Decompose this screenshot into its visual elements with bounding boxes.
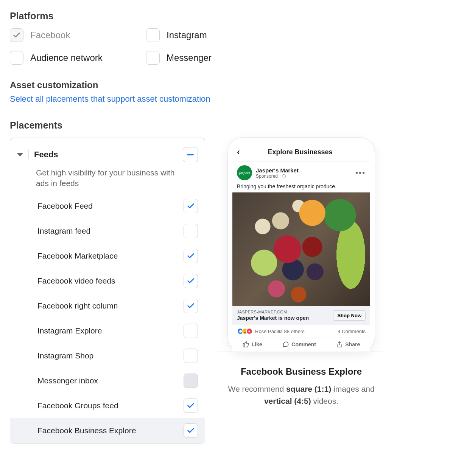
preview-placement-title: Facebook Business Explore	[218, 366, 385, 377]
placement-row[interactable]: Facebook right column	[10, 293, 205, 318]
platform-checkbox[interactable]	[10, 51, 23, 65]
platforms-grid: FacebookInstagramAudience networkMesseng…	[10, 28, 440, 65]
love-reaction-icon: ♥	[246, 328, 253, 335]
link-card: JASPERS-MARKET.COM Jasper's Market is no…	[232, 306, 370, 325]
comment-button[interactable]: Comment	[282, 341, 316, 348]
placement-label: Messenger inbox	[37, 376, 98, 385]
preview-caption: Bringing you the freshest organic produc…	[232, 183, 370, 192]
placement-label: Facebook Business Explore	[37, 426, 136, 435]
platform-checkbox[interactable]	[146, 28, 160, 42]
share-button[interactable]: Share	[336, 341, 360, 348]
preview-brand-name: Jasper's Market	[256, 167, 352, 174]
placement-label: Instagram feed	[37, 226, 90, 236]
placement-label: Instagram Shop	[37, 351, 93, 360]
avatar: jaspers	[237, 165, 252, 180]
placement-checkbox[interactable]	[184, 324, 198, 338]
link-domain: JASPERS-MARKET.COM	[237, 310, 309, 314]
platform-messenger: Messenger	[146, 51, 282, 65]
indeterminate-dash-icon	[187, 154, 194, 155]
placement-row[interactable]: Facebook Groups feed	[10, 393, 205, 418]
placement-checkbox[interactable]	[184, 249, 198, 263]
placement-row[interactable]: Messenger inbox	[10, 368, 205, 393]
cta-button[interactable]: Shop Now	[333, 310, 366, 321]
preview-topbar: ‹ Explore Businesses	[232, 143, 370, 161]
placement-row[interactable]: Facebook Marketplace	[10, 243, 205, 268]
placement-row[interactable]: Instagram Shop	[10, 343, 205, 368]
platform-label: Audience network	[30, 53, 103, 63]
asset-customization-title: Asset customization	[10, 80, 440, 90]
placement-checkbox[interactable]	[184, 398, 198, 413]
placement-checkbox[interactable]	[184, 224, 198, 238]
placement-checkbox[interactable]	[184, 299, 198, 313]
platform-label: Instagram	[167, 30, 207, 40]
placements-panel: Feeds Get high visibility for your busin…	[10, 138, 205, 443]
more-options-icon[interactable]: •••	[355, 169, 366, 177]
platform-facebook: Facebook	[10, 28, 146, 42]
feeds-group-description: Get high visibility for your business wi…	[10, 166, 205, 194]
platforms-title: Platforms	[10, 11, 440, 22]
thumb-up-icon	[243, 341, 249, 348]
platform-checkbox[interactable]	[146, 51, 160, 65]
placements-title: Placements	[10, 120, 440, 131]
placement-checkbox[interactable]	[184, 274, 198, 288]
preview-column: ‹ Explore Businesses jaspers Jasper's Ma…	[218, 138, 385, 407]
placement-label: Facebook Marketplace	[37, 251, 118, 260]
platform-checkbox	[10, 28, 23, 42]
placement-checkbox[interactable]	[184, 423, 198, 438]
asset-customization-link[interactable]: Select all placements that support asset…	[10, 94, 210, 104]
feeds-group-title: Feeds	[34, 150, 178, 160]
like-button[interactable]: Like	[243, 341, 262, 348]
globe-icon	[282, 174, 286, 178]
feeds-group-header[interactable]: Feeds	[10, 142, 205, 166]
sponsored-label: Sponsored·	[256, 174, 352, 179]
placement-checkbox[interactable]	[184, 349, 198, 363]
placement-row[interactable]: Facebook Feed	[10, 194, 205, 219]
divider	[28, 150, 29, 159]
ad-image	[232, 192, 370, 306]
placement-checkbox[interactable]	[184, 199, 198, 213]
preview-topbar-title: Explore Businesses	[233, 148, 367, 156]
phone-mock: ‹ Explore Businesses jaspers Jasper's Ma…	[228, 138, 375, 352]
share-icon	[336, 341, 343, 348]
placement-label: Facebook Groups feed	[37, 401, 118, 410]
preview-recommendation: We recommend square (1:1) images and ver…	[218, 383, 385, 407]
placement-row[interactable]: Facebook Business Explore	[10, 418, 205, 443]
platform-label: Messenger	[167, 53, 212, 63]
comments-count[interactable]: 4 Comments	[338, 329, 366, 334]
placement-label: Facebook video feeds	[37, 276, 115, 285]
placement-label: Facebook Feed	[37, 202, 93, 211]
platform-label: Facebook	[30, 30, 70, 40]
placement-checkbox	[184, 374, 198, 388]
caret-down-icon	[17, 153, 23, 157]
placement-label: Instagram Explore	[37, 326, 102, 335]
comment-icon	[282, 341, 289, 348]
placement-row[interactable]: Facebook video feeds	[10, 268, 205, 293]
reactions-summary[interactable]: 😮 ♥ Rose Padilla 88 others	[237, 328, 305, 335]
link-headline: Jasper's Market is now open	[237, 315, 309, 321]
platform-audience-network: Audience network	[10, 51, 146, 65]
feeds-tristate-checkbox[interactable]	[183, 147, 198, 162]
placement-label: Facebook right column	[37, 301, 118, 310]
platform-instagram: Instagram	[146, 28, 282, 42]
placement-row[interactable]: Instagram feed	[10, 219, 205, 243]
placement-row[interactable]: Instagram Explore	[10, 318, 205, 343]
